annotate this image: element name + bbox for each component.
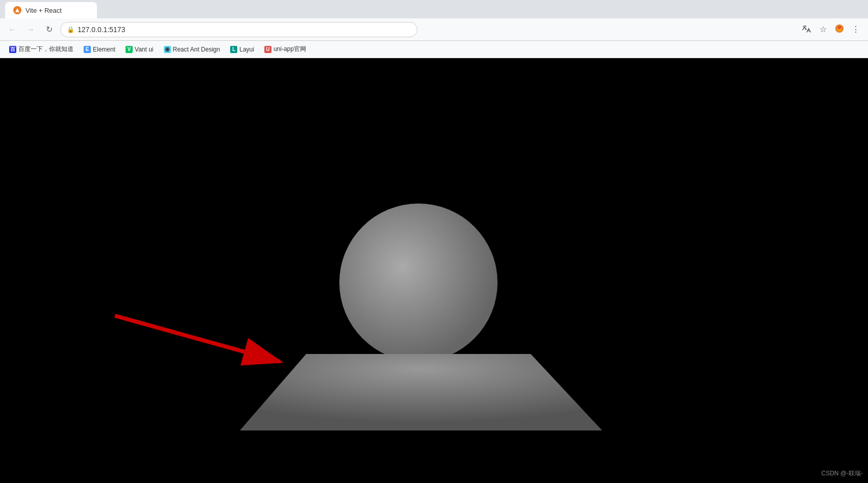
- menu-button[interactable]: ⋮: [849, 22, 863, 37]
- bookmark-layui[interactable]: L Layui: [226, 44, 258, 55]
- avatar-body: [240, 354, 602, 430]
- star-icon: ☆: [820, 24, 827, 34]
- avatar-head: [339, 204, 498, 362]
- bookmarks-bar: 百 百度一下，你就知道 E Element V Vant ui React An…: [0, 41, 868, 58]
- back-button[interactable]: ←: [5, 22, 19, 37]
- bookmark-vant[interactable]: V Vant ui: [121, 44, 157, 55]
- page-content: CSDN @-联瑞-: [0, 58, 868, 483]
- main-svg: [0, 58, 868, 483]
- bookmark-react-antd[interactable]: React Ant Design: [160, 44, 225, 55]
- address-bar[interactable]: 🔒 127.0.0.1:5173: [60, 22, 417, 37]
- tab-title: Vite + React: [26, 7, 62, 14]
- svg-marker-0: [15, 8, 19, 12]
- react-antd-label: React Ant Design: [173, 46, 220, 53]
- menu-icon: ⋮: [852, 24, 860, 34]
- translate-icon: [802, 24, 811, 35]
- uniapp-label: uni-app官网: [274, 45, 306, 54]
- bookmark-uniapp[interactable]: U uni-app官网: [260, 43, 310, 56]
- red-arrow: [115, 316, 280, 362]
- baidu-favicon: 百: [9, 46, 16, 53]
- watermark-text: CSDN @-联瑞-: [821, 470, 863, 477]
- forward-button[interactable]: →: [23, 22, 38, 37]
- extensions-button[interactable]: [832, 22, 847, 37]
- translate-button[interactable]: [800, 22, 814, 37]
- toolbar-icons: ☆ ⋮: [800, 22, 863, 37]
- extensions-icon: [834, 23, 845, 36]
- reload-button[interactable]: ↻: [42, 22, 56, 37]
- watermark: CSDN @-联瑞-: [821, 469, 863, 478]
- vant-label: Vant ui: [135, 46, 153, 53]
- svg-point-3: [838, 26, 841, 29]
- layui-label: Layui: [239, 46, 254, 53]
- svg-point-4: [166, 48, 168, 50]
- layui-favicon: L: [230, 46, 237, 53]
- star-button[interactable]: ☆: [816, 22, 830, 37]
- element-label: Element: [93, 46, 115, 53]
- tab-bar: Vite + React: [0, 0, 868, 18]
- baidu-label: 百度一下，你就知道: [18, 45, 73, 54]
- bookmark-baidu[interactable]: 百 百度一下，你就知道: [5, 43, 78, 56]
- vant-favicon: V: [126, 46, 133, 53]
- uniapp-favicon: U: [264, 46, 271, 53]
- react-favicon: [164, 46, 171, 53]
- omnibox-bar: ← → ↻ 🔒 127.0.0.1:5173 ☆: [0, 18, 868, 41]
- lock-icon: 🔒: [67, 26, 75, 33]
- browser-chrome: Vite + React ← → ↻ 🔒 127.0.0.1:5173 ☆: [0, 0, 868, 58]
- tab-favicon: [13, 6, 21, 14]
- element-favicon: E: [84, 46, 91, 53]
- active-tab[interactable]: Vite + React: [5, 2, 97, 18]
- bookmark-element[interactable]: E Element: [80, 44, 119, 55]
- address-text: 127.0.0.1:5173: [78, 26, 125, 34]
